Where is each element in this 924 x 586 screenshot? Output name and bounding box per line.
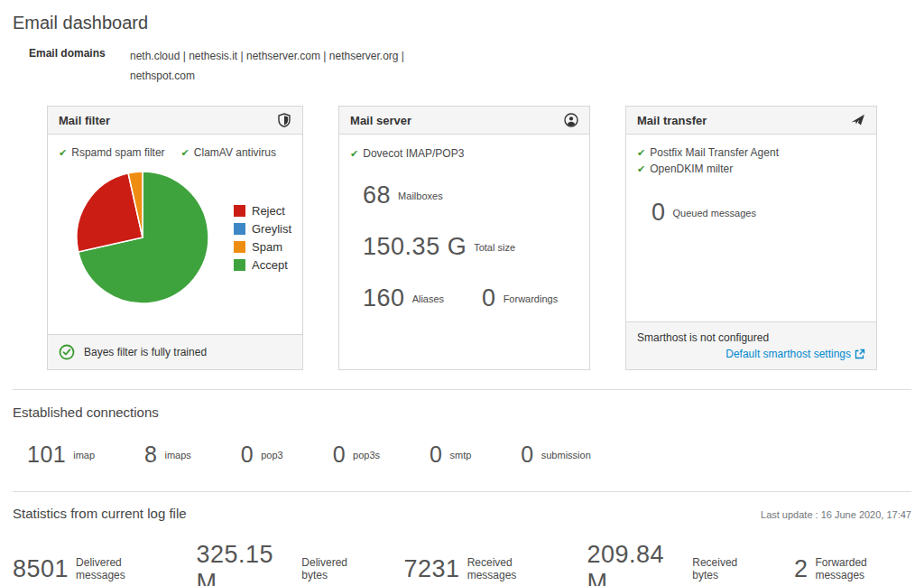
submission-label: submission [541,450,591,460]
service-opendkim-label: OpenDKIM milter [650,163,733,175]
statistics-heading: Statistics from current log file [13,506,187,521]
legend-label: Greylist [252,222,291,236]
mail-server-body: ✔Dovecot IMAP/POP3 68 Mailboxes 150.35 G… [339,135,589,369]
smtp-label: smtp [450,450,472,460]
legend-label: Reject [252,204,285,218]
mailboxes-label: Mailboxes [398,191,443,201]
page-title: Email dashboard [13,13,911,33]
legend-item-reject[interactable]: Reject [234,204,291,218]
mail-server-card: Mail server ✔Dovecot IMAP/POP3 68 Mailbo… [338,106,590,370]
legend-swatch [234,259,245,271]
submission-value: 0 [521,442,533,468]
pie-legend: RejectGreylistSpamAccept [234,200,291,276]
imaps-value: 8 [144,442,157,468]
mail-filter-pie [75,170,210,305]
legend-item-accept[interactable]: Accept [234,258,291,272]
mail-transfer-footer: Smarthost is not configured Default smar… [626,321,876,369]
mail-transfer-title: Mail transfer [637,114,707,127]
log-stats-row: 8501Delivered messages 325.15 MDelivered… [13,541,911,586]
service-dovecot-label: Dovecot IMAP/POP3 [363,147,464,160]
service-postfix-label: Postfix Mail Transfer Agent [650,146,779,159]
check-icon: ✔ [59,147,67,158]
pop3s-stat: 0pop3s [333,442,380,468]
imap-stat: 101imap [27,442,95,468]
mail-filter-header: Mail filter [48,107,302,135]
mail-filter-footer: Bayes filter is fully trained [48,334,302,369]
connections-heading: Established connections [13,405,911,420]
total-size-label: Total size [474,242,515,253]
established-connections-section: Established connections 101imap 8imaps 0… [13,405,911,468]
pop3-value: 0 [241,442,254,468]
received-messages-label: Received messages [467,556,555,581]
smtp-stat: 0smtp [430,442,471,468]
aliases-label: Aliases [412,293,444,304]
shield-icon [277,113,291,127]
legend-swatch [234,205,245,217]
email-domains-label: Email domains [29,46,130,86]
smarthost-link-row: Default smarthost settings [637,348,865,360]
bayes-status-text: Bayes filter is fully trained [84,346,207,358]
mail-server-title: Mail server [350,114,411,127]
delivered-messages-label: Delivered messages [76,556,163,581]
service-dovecot: ✔Dovecot IMAP/POP3 [350,147,464,160]
mailboxes-stat: 68 Mailboxes [363,181,578,209]
total-size-value: 150.35 G [363,233,467,261]
connections-stats-row: 101imap 8imaps 0pop3 0pop3s 0smtp 0submi… [27,442,911,468]
total-size-stat: 150.35 G Total size [363,233,578,261]
pop3s-value: 0 [333,442,346,468]
smtp-value: 0 [430,442,442,468]
aliases-stat: 160 Aliases [363,284,444,312]
default-smarthost-settings-link[interactable]: Default smarthost settings [725,348,865,360]
mail-transfer-header: Mail transfer [626,107,876,135]
forwardings-label: Forwardings [504,293,559,304]
imaps-label: imaps [164,450,190,460]
external-link-icon [855,349,865,359]
forwardings-stat: 0 Forwardings [482,284,558,312]
legend-item-greylist[interactable]: Greylist [234,222,291,236]
pop3-label: pop3 [261,450,282,460]
last-update-text: Last update : 16 June 2020, 17:47 [761,509,911,520]
email-dashboard-page: Email dashboard Email domains neth.cloud… [0,0,924,586]
user-circle-icon [564,113,578,127]
check-circle-icon [59,344,75,360]
service-rspamd-label: Rspamd spam filter [71,146,164,159]
delivered-bytes-stat: 325.15 MDelivered bytes [196,541,371,586]
submission-stat: 0submission [521,442,590,468]
dashboard-cards: Mail filter ✔Rspamd spam filter ✔ClamAV … [47,106,877,370]
mailboxes-value: 68 [363,181,391,209]
imap-label: imap [73,450,95,460]
pop3s-label: pop3s [353,450,380,460]
received-messages-value: 7231 [404,555,460,583]
smarthost-status-text: Smarthost is not configured [637,331,865,344]
check-icon: ✔ [350,148,358,159]
delivered-messages-value: 8501 [13,555,69,583]
service-clamav: ✔ClamAV antivirus [181,144,276,161]
received-bytes-stat: 209.84 MReceived bytes [587,541,762,586]
mail-filter-card: Mail filter ✔Rspamd spam filter ✔ClamAV … [47,106,303,370]
check-icon: ✔ [637,147,645,158]
smarthost-link-label: Default smarthost settings [725,348,851,360]
delivered-messages-stat: 8501Delivered messages [13,555,163,583]
received-messages-stat: 7231Received messages [404,555,555,583]
legend-swatch [234,241,245,253]
service-clamav-label: ClamAV antivirus [194,146,276,159]
forwarded-messages-value: 2 [794,555,808,583]
mail-filter-services: ✔Rspamd spam filter ✔ClamAV antivirus [59,144,291,161]
mail-server-header: Mail server [339,107,589,135]
mail-filter-body: ✔Rspamd spam filter ✔ClamAV antivirus Re… [48,135,302,334]
mail-transfer-body: ✔Postfix Mail Transfer Agent ✔OpenDKIM m… [626,135,876,321]
queued-messages-value: 0 [651,199,666,227]
forwarded-messages-stat: 2Forwarded messages [794,555,911,583]
statistics-header-row: Statistics from current log file Last up… [13,506,911,521]
section-divider [13,491,911,492]
delivered-bytes-value: 325.15 M [196,541,294,586]
pop3-stat: 0pop3 [241,442,283,468]
service-rspamd: ✔Rspamd spam filter [59,144,165,161]
email-domains-row: Email domains neth.cloud | nethesis.it |… [29,46,911,86]
aliases-forwardings-row: 160 Aliases 0 Forwardings [363,284,578,312]
received-bytes-label: Received bytes [692,556,762,581]
email-domains-value: neth.cloud | nethesis.it | nethserver.co… [130,46,433,86]
legend-item-spam[interactable]: Spam [234,240,291,254]
log-statistics-section: Statistics from current log file Last up… [13,506,911,586]
check-icon: ✔ [181,147,189,158]
